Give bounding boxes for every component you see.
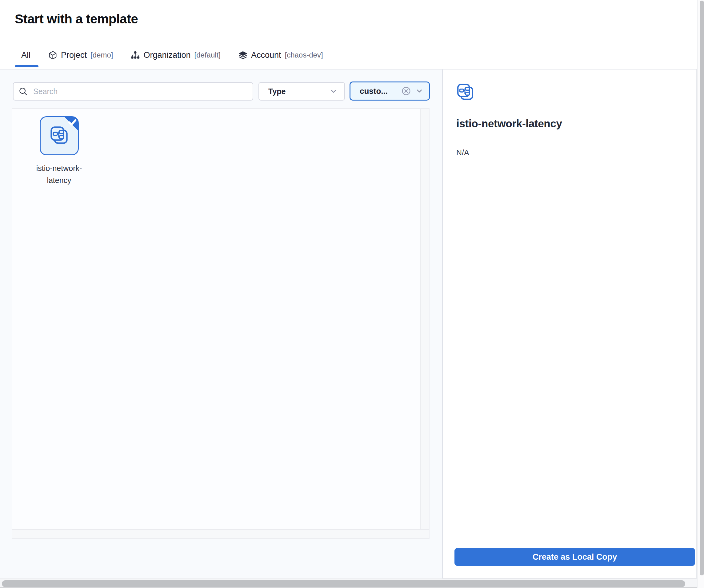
page-title: Start with a template — [15, 12, 138, 26]
vertical-scrollbar-thumb[interactable] — [700, 1, 704, 575]
scope-tabs: All Project [demo] Organiz — [21, 46, 323, 64]
template-card-istio-network-latency[interactable] — [40, 116, 79, 155]
chevron-down-icon — [415, 87, 423, 95]
active-tab-underline — [15, 65, 39, 67]
start-with-template-dialog: Start with a template All Project [demo] — [0, 0, 704, 588]
search-input[interactable] — [13, 82, 253, 101]
workflow-template-icon — [50, 126, 69, 145]
template-detail-description: N/A — [456, 148, 469, 157]
template-browser-panel: Type custo... — [0, 69, 442, 579]
tab-account-label: Account — [251, 51, 281, 60]
clear-filter-icon[interactable] — [401, 86, 411, 96]
tab-project-label: Project — [61, 51, 87, 60]
template-detail-title: istio-network-latency — [456, 118, 562, 130]
chevron-down-icon — [330, 87, 338, 95]
vertical-scrollbar-track — [697, 0, 704, 588]
grid-vertical-scrollbar[interactable] — [420, 109, 429, 529]
tab-account[interactable]: Account [chaos-dev] — [238, 51, 323, 60]
workflow-template-icon — [456, 83, 474, 101]
type-filter-dropdown[interactable]: Type — [258, 82, 345, 101]
layers-icon — [238, 51, 247, 60]
template-card-label: istio-network-latency — [25, 162, 93, 186]
cube-icon — [48, 51, 57, 60]
template-details-panel: istio-network-latency N/A Create as Loca… — [443, 69, 697, 579]
tab-project-scope: [demo] — [91, 51, 113, 59]
tab-organization[interactable]: Organization [default] — [131, 51, 221, 60]
tag-filter-value: custo... — [360, 86, 401, 96]
template-grid: istio-network-latency — [12, 108, 429, 539]
grid-horizontal-scrollbar[interactable] — [12, 529, 429, 538]
tab-project[interactable]: Project [demo] — [48, 51, 113, 60]
tab-organization-label: Organization — [143, 51, 190, 60]
tab-organization-scope: [default] — [194, 51, 221, 59]
tab-account-scope: [chaos-dev] — [285, 51, 323, 59]
tab-all[interactable]: All — [21, 51, 31, 60]
tab-all-label: All — [21, 51, 31, 60]
horizontal-scrollbar-track — [0, 579, 704, 588]
tag-filter-dropdown[interactable]: custo... — [350, 81, 430, 101]
create-local-copy-button[interactable]: Create as Local Copy — [455, 548, 695, 566]
org-hierarchy-icon — [131, 51, 140, 60]
type-filter-label: Type — [268, 87, 286, 96]
horizontal-scrollbar-thumb[interactable] — [2, 580, 685, 587]
